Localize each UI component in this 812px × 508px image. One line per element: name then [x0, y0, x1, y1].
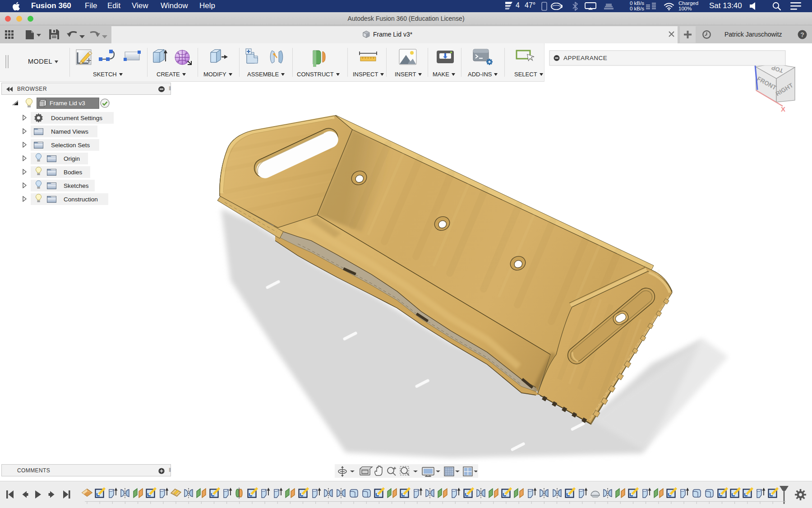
svg-text:?: ? [800, 31, 804, 38]
svg-text:APPEARANCE: APPEARANCE [563, 55, 607, 61]
svg-text:X: X [781, 105, 785, 113]
